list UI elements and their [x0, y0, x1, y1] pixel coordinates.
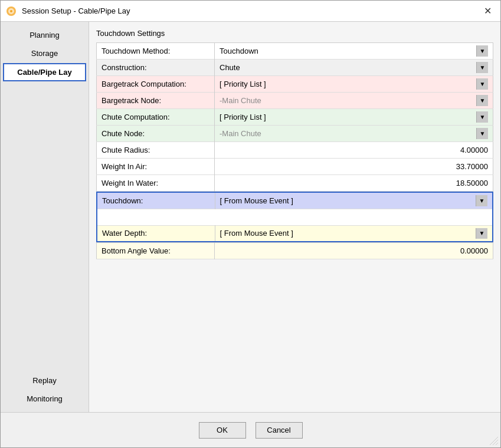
- dropdown-container[interactable]: Chute ▼: [220, 62, 488, 73]
- row-value[interactable]: -Main Chute ▼: [215, 126, 493, 142]
- sidebar-item-storage[interactable]: Storage: [3, 45, 86, 62]
- dropdown-arrow-icon[interactable]: ▼: [476, 45, 488, 57]
- row-value: 18.50000: [215, 175, 493, 192]
- footer-bar: OK Cancel: [1, 412, 500, 447]
- dropdown-arrow-icon[interactable]: ▼: [476, 62, 488, 73]
- dropdown-value: [ From Mouse Event ]: [220, 196, 293, 205]
- cancel-button[interactable]: Cancel: [256, 422, 303, 439]
- table-row: Construction: Chute ▼: [97, 60, 493, 76]
- row-value: 33.70000: [215, 159, 493, 175]
- row-value: 0.00000: [215, 243, 493, 259]
- table-row: Chute Computation: [ Priority List ] ▼: [97, 109, 493, 126]
- svg-line-5: [496, 443, 498, 445]
- dropdown-value: Chute: [220, 63, 240, 72]
- table-row: Bargetrack Node: -Main Chute ▼: [97, 93, 493, 109]
- dropdown-arrow-icon[interactable]: ▼: [476, 111, 488, 123]
- row-value[interactable]: [ From Mouse Event ] ▼: [215, 192, 493, 209]
- row-label: Water Depth:: [97, 225, 215, 242]
- dropdown-container[interactable]: -Main Chute ▼: [220, 128, 488, 139]
- row-value[interactable]: Touchdown ▼: [215, 43, 493, 60]
- settings-table: Touchdown Method: Touchdown ▼ Constructi…: [96, 42, 493, 192]
- dialog-window: Session Setup - Cable/Pipe Lay ✕ Plannin…: [0, 0, 501, 448]
- sidebar-item-cable-pipe-lay[interactable]: Cable/Pipe Lay: [3, 63, 86, 81]
- window-title: Session Setup - Cable/Pipe Lay: [22, 6, 479, 15]
- sidebar-item-replay[interactable]: Replay: [3, 372, 86, 389]
- dropdown-container[interactable]: [ From Mouse Event ] ▼: [220, 195, 488, 206]
- row-label: Construction:: [97, 60, 215, 76]
- dropdown-container[interactable]: [ Priority List ] ▼: [220, 111, 488, 123]
- bottom-table: Bottom Angle Value: 0.00000: [96, 242, 493, 259]
- main-content: Planning Storage Cable/Pipe Lay Replay M…: [1, 22, 500, 412]
- table-row-water-depth: Water Depth: [ From Mouse Event ] ▼: [97, 225, 493, 242]
- dropdown-value: [ Priority List ]: [220, 113, 266, 121]
- row-label: Chute Computation:: [97, 109, 215, 126]
- sidebar-item-planning[interactable]: Planning: [3, 27, 86, 44]
- dropdown-arrow-icon[interactable]: ▼: [476, 78, 488, 90]
- resize-handle[interactable]: [490, 437, 498, 445]
- dropdown-value: -Main Chute: [220, 129, 261, 138]
- table-row: Touchdown Method: Touchdown ▼: [97, 43, 493, 60]
- table-row: Chute Radius: 4.00000: [97, 142, 493, 159]
- dropdown-value: Touchdown: [220, 47, 258, 55]
- row-label: Weight In Water:: [97, 175, 215, 192]
- ok-button[interactable]: OK: [199, 422, 246, 439]
- sidebar: Planning Storage Cable/Pipe Lay Replay M…: [1, 22, 89, 412]
- table-row: Bargetrack Computation: [ Priority List …: [97, 76, 493, 93]
- row-label: Bargetrack Computation:: [97, 76, 215, 93]
- row-value: 4.00000: [215, 142, 493, 159]
- dropdown-arrow-icon[interactable]: ▼: [476, 128, 488, 139]
- dropdown-container[interactable]: Touchdown ▼: [220, 45, 488, 57]
- dropdown-container[interactable]: [ From Mouse Event ] ▼: [220, 228, 488, 239]
- dropdown-value: [ From Mouse Event ]: [220, 229, 293, 238]
- dropdown-container[interactable]: -Main Chute ▼: [220, 95, 488, 106]
- svg-point-2: [10, 10, 12, 12]
- svg-line-4: [493, 440, 498, 445]
- content-area: Touchdown Settings Touchdown Method: Tou…: [89, 22, 500, 412]
- table-row: Weight In Water: 18.50000: [97, 175, 493, 192]
- dropdown-value: -Main Chute: [220, 96, 261, 105]
- section-title: Touchdown Settings: [96, 29, 493, 38]
- row-label: Weight In Air:: [97, 159, 215, 175]
- row-value[interactable]: -Main Chute ▼: [215, 93, 493, 109]
- app-icon: [5, 5, 17, 17]
- table-row: Weight In Air: 33.70000: [97, 159, 493, 175]
- row-value[interactable]: [ From Mouse Event ] ▼: [215, 225, 493, 242]
- title-bar: Session Setup - Cable/Pipe Lay ✕: [1, 1, 500, 22]
- row-label: Chute Radius:: [97, 142, 215, 159]
- selected-rows-table: Touchdown: [ From Mouse Event ] ▼: [96, 192, 493, 242]
- row-label: Bargetrack Node:: [97, 93, 215, 109]
- close-button[interactable]: ✕: [479, 3, 496, 19]
- row-label: Touchdown Method:: [97, 43, 215, 60]
- row-value[interactable]: [ Priority List ] ▼: [215, 76, 493, 93]
- table-row: Chute Node: -Main Chute ▼: [97, 126, 493, 142]
- spacer-row: [97, 209, 493, 225]
- row-label: Chute Node:: [97, 126, 215, 142]
- dropdown-arrow-icon[interactable]: ▼: [476, 228, 487, 239]
- sidebar-bottom: Replay Monitoring: [3, 372, 86, 407]
- dropdown-arrow-icon[interactable]: ▼: [476, 195, 487, 206]
- table-row-touchdown: Touchdown: [ From Mouse Event ] ▼: [97, 192, 493, 209]
- row-value[interactable]: Chute ▼: [215, 60, 493, 76]
- row-value[interactable]: [ Priority List ] ▼: [215, 109, 493, 126]
- table-row: Bottom Angle Value: 0.00000: [97, 243, 493, 259]
- sidebar-item-monitoring[interactable]: Monitoring: [3, 390, 86, 407]
- dropdown-arrow-icon[interactable]: ▼: [476, 95, 488, 106]
- row-label: Bottom Angle Value:: [97, 243, 215, 259]
- dropdown-value: [ Priority List ]: [220, 80, 266, 88]
- row-label: Touchdown:: [97, 192, 215, 209]
- dropdown-container[interactable]: [ Priority List ] ▼: [220, 78, 488, 90]
